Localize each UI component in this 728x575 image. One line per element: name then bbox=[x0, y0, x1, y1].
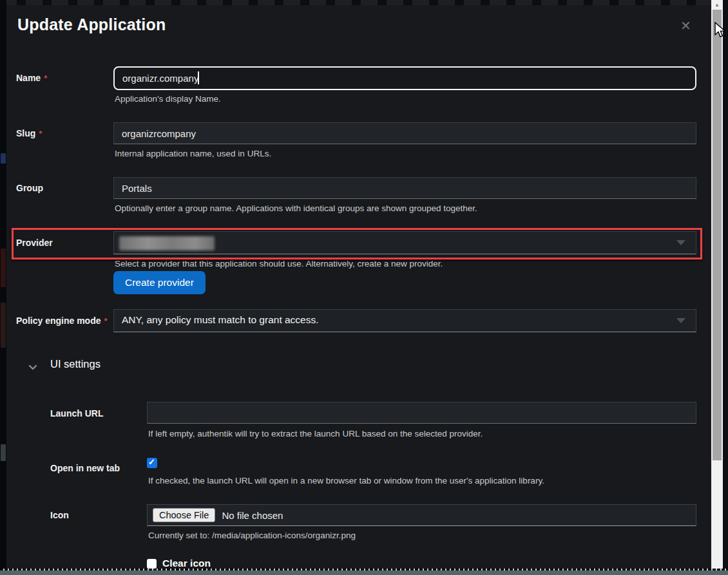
ui-settings-section-header[interactable]: UI settings bbox=[50, 358, 101, 370]
launch-url-help: If left empty, authentik will try to ext… bbox=[148, 429, 483, 438]
policy-engine-mode-select[interactable]: ANY, any policy must match to grant acce… bbox=[113, 309, 696, 332]
slug-label: Slug* bbox=[16, 128, 42, 138]
name-input[interactable] bbox=[113, 66, 696, 90]
close-icon[interactable]: ✕ bbox=[680, 19, 691, 32]
required-asterisk: * bbox=[104, 316, 107, 326]
provider-label: Provider bbox=[16, 238, 53, 248]
slug-help: Internal application name, used in URLs. bbox=[115, 149, 271, 158]
icon-label: Icon bbox=[50, 510, 69, 520]
bottom-edge-bar bbox=[0, 570, 728, 575]
page-title: Update Application bbox=[17, 15, 166, 34]
backdrop-artifact bbox=[1, 249, 6, 287]
open-in-new-tab-help: If checked, the launch URL will open in … bbox=[148, 476, 544, 485]
clear-icon-label: Clear icon bbox=[162, 558, 211, 569]
group-input[interactable] bbox=[113, 177, 696, 199]
backdrop-page-left bbox=[0, 0, 6, 575]
vertical-scrollbar[interactable]: ▲ ▼ bbox=[711, 0, 723, 575]
required-asterisk: * bbox=[44, 73, 47, 83]
backdrop-artifact bbox=[1, 303, 6, 348]
name-help: Application's display Name. bbox=[115, 94, 221, 104]
launch-url-label: Launch URL bbox=[50, 408, 103, 419]
provider-help: Select a provider that this application … bbox=[115, 259, 443, 269]
icon-file-input[interactable]: Choose File No file chosen bbox=[147, 504, 696, 526]
group-label: Group bbox=[16, 183, 43, 193]
backdrop-artifact bbox=[1, 444, 6, 461]
open-in-new-tab-checkbox[interactable] bbox=[147, 458, 157, 468]
provider-value-redacted bbox=[119, 236, 215, 250]
scroll-up-icon[interactable]: ▲ bbox=[711, 0, 723, 10]
clear-icon-checkbox[interactable] bbox=[147, 559, 157, 569]
icon-help: Currently set to: /media/application-ico… bbox=[148, 531, 356, 540]
name-label: Name* bbox=[16, 73, 47, 83]
group-help: Optionally enter a group name. Applicati… bbox=[115, 203, 477, 213]
open-in-new-tab-label: Open in new tab bbox=[50, 463, 120, 473]
backdrop-page-right bbox=[723, 0, 728, 575]
text-cursor bbox=[198, 71, 199, 84]
create-provider-button[interactable]: Create provider bbox=[113, 271, 206, 294]
file-status-text: No file chosen bbox=[222, 510, 283, 521]
selection-marquee bbox=[0, 569, 728, 570]
chevron-down-icon bbox=[676, 240, 685, 245]
backdrop-page-top bbox=[0, 0, 728, 5]
chevron-down-icon[interactable] bbox=[28, 362, 37, 373]
backdrop-artifact bbox=[1, 153, 6, 164]
policy-engine-mode-label: Policy engine mode* bbox=[16, 316, 108, 326]
chevron-down-icon bbox=[676, 318, 685, 323]
choose-file-button[interactable]: Choose File bbox=[153, 508, 215, 522]
slug-input[interactable] bbox=[113, 122, 696, 144]
required-asterisk: * bbox=[39, 129, 42, 138]
scrollbar-thumb[interactable] bbox=[713, 10, 722, 460]
launch-url-input[interactable] bbox=[147, 402, 696, 424]
